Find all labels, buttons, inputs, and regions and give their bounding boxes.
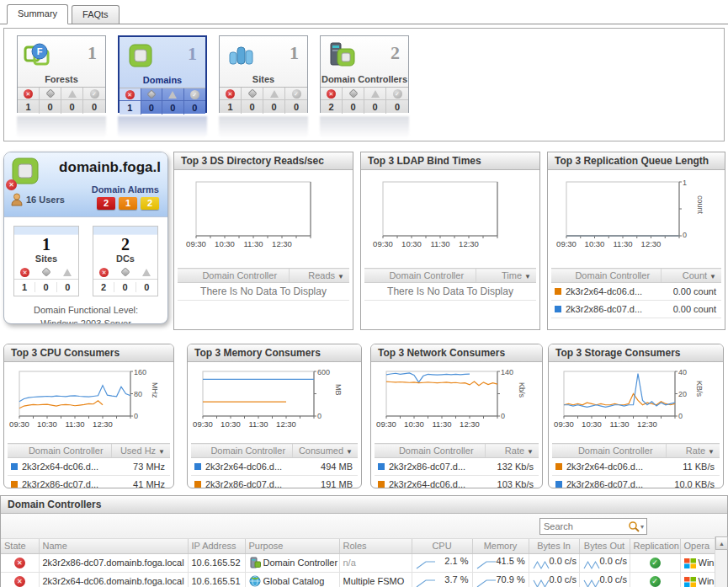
warning-count: 0	[69, 102, 74, 112]
y-tick: 140	[501, 368, 513, 376]
cpu-column-header[interactable]: CPU	[412, 539, 472, 553]
domain-controller-column-header[interactable]: Domain Controller	[378, 269, 476, 283]
tile-domain-controllers[interactable]: 2 Domain Controllers 2 0 0 0	[320, 35, 409, 113]
tile-count: 1	[290, 40, 299, 74]
domain-controllers-icon	[326, 40, 359, 74]
bytes-in-column-header[interactable]: Bytes In	[529, 539, 579, 553]
y-tick: 40	[678, 368, 687, 376]
dc-name[interactable]: 2k3r2x86-dc07.d...	[566, 476, 666, 489]
critical-icon	[247, 88, 257, 98]
dc-name[interactable]: 2k3r2x86-dc07.d...	[21, 476, 111, 489]
tab-summary[interactable]: Summary	[7, 4, 68, 24]
bytes-out-column-header[interactable]: Bytes Out	[579, 539, 630, 553]
table-row[interactable]: 2k3r2x86-dc07.d... 41 MHz	[8, 476, 170, 489]
sort-descending-icon	[527, 448, 534, 456]
sort-descending-icon	[346, 448, 353, 456]
purpose-column-header[interactable]: Purpose	[245, 539, 339, 553]
domain-controller-column-header[interactable]: Domain Controller	[21, 444, 111, 458]
fatal-alarm-badge[interactable]: 2	[97, 197, 115, 210]
critical-count: 0	[35, 282, 56, 292]
dc-name[interactable]: 2k3r2x64-dc06.domainb.foga.local	[39, 572, 188, 587]
search-box[interactable]	[539, 518, 647, 535]
functional-level-label: Domain Functional Level:	[4, 303, 167, 317]
operating-system-column-header[interactable]: Opera	[680, 539, 716, 553]
time-column-header[interactable]: Time	[476, 269, 536, 283]
dc-name[interactable]: 2k3r2x86-dc07.d...	[205, 476, 292, 489]
y-tick: 0	[501, 412, 505, 420]
tile-forests[interactable]: F 1 Forests 1 0 0 0	[17, 35, 106, 113]
vertical-scrollbar[interactable]	[715, 536, 727, 587]
table-row[interactable]: 2k3r2x86-dc07.domainb.foga.local 10.6.16…	[1, 553, 716, 572]
tile-domains[interactable]: 1 Domains 1 0 0 0	[118, 35, 207, 113]
no-data-message: There Is No Data To Display	[364, 283, 536, 301]
dc-name[interactable]: 2k3r2x64-dc06.d...	[205, 458, 292, 476]
y-axis-unit: MB	[334, 384, 343, 396]
dc-name[interactable]: 2k3r2x86-dc07.d...	[565, 301, 661, 318]
name-column-header[interactable]: Name	[39, 539, 188, 553]
bytes-out-value: 0.0 c/s	[600, 556, 627, 566]
table-row[interactable]: 2k3r2x64-dc06.domainb.foga.local 10.6.16…	[1, 572, 716, 587]
dc-name[interactable]: 2k3r2x64-dc06.d...	[388, 476, 485, 489]
dcs-mini-tile[interactable]: 2 DCs 2 0 0	[93, 226, 158, 296]
roles-column-header[interactable]: Roles	[339, 539, 412, 553]
series-swatch	[555, 288, 561, 295]
domain-controller-column-header[interactable]: Domain Controller	[191, 269, 289, 283]
critical-count: 0	[350, 102, 355, 112]
critical-alarm-badge[interactable]: 1	[119, 197, 137, 210]
domain-controller-column-header[interactable]: Domain Controller	[388, 444, 485, 458]
table-row[interactable]: 2k3r2x64-dc06.d... 11 KB/s	[552, 458, 720, 476]
warning-alarm-badge[interactable]: 2	[141, 197, 159, 210]
domain-card[interactable]: domainb.foga.l 16 Users Domain Alarms 2 …	[3, 152, 168, 324]
table-row[interactable]: 2k3r2x86-dc07.d... 0.00 count	[551, 301, 721, 318]
fatal-icon	[99, 268, 109, 277]
table-row[interactable]: 2k3r2x64-dc06.d... 103 Kb/s	[375, 476, 539, 489]
reads-column-header[interactable]: Reads	[289, 269, 349, 283]
scroll-up-icon[interactable]	[715, 536, 728, 550]
search-options-caret-icon[interactable]	[640, 523, 646, 531]
dc-name[interactable]: 2k3r2x86-dc07.domainb.foga.local	[39, 553, 188, 572]
memory-column-header[interactable]: Memory	[472, 539, 529, 553]
tile-reflection	[320, 116, 409, 138]
consumed-column-header[interactable]: Consumed	[292, 444, 358, 458]
used-hz-column-header[interactable]: Used Hz	[111, 444, 170, 458]
replication-column-header[interactable]: Replication	[630, 539, 680, 553]
series-swatch	[555, 306, 561, 312]
tile-sites[interactable]: 1 Sites 1 0 0 0	[219, 35, 308, 113]
table-row[interactable]: 2k3r2x86-dc07.d... 191 MB	[191, 476, 358, 489]
series-swatch	[11, 481, 18, 488]
table-row[interactable]: 2k3r2x64-dc06.d... 0.00 count	[551, 283, 721, 301]
domain-controller-column-header[interactable]: Domain Controller	[566, 444, 666, 458]
dc-name[interactable]: 2k3r2x64-dc06.d...	[21, 458, 111, 476]
rate-column-header[interactable]: Rate	[485, 444, 539, 458]
dc-value: 0.00 count	[661, 283, 721, 301]
domain-controller-column-header[interactable]: Domain Controller	[565, 269, 661, 283]
x-tick: 10:30	[37, 419, 57, 429]
dc-name[interactable]: 2k3r2x86-dc07.d...	[388, 458, 485, 476]
table-row[interactable]: 2k3r2x86-dc07.d... 10.0 KB/s	[552, 476, 720, 489]
y-axis-unit: count	[696, 195, 704, 214]
y-tick: 1	[683, 179, 687, 187]
table-row[interactable]: 2k3r2x64-dc06.d... 494 MB	[191, 458, 358, 476]
dc-name[interactable]: 2k3r2x64-dc06.d...	[566, 458, 666, 476]
y-tick: 0	[134, 412, 138, 420]
critical-icon	[120, 267, 130, 276]
search-input[interactable]	[540, 521, 628, 531]
sites-mini-tile[interactable]: 1 Sites 1 0 0	[13, 226, 79, 296]
count-column-header[interactable]: Count	[661, 269, 721, 283]
dc-name[interactable]: 2k3r2x64-dc06.d...	[565, 283, 661, 301]
panel-ldap-bind: Top 3 LDAP Bind Times 09:30 10:30 11:30 …	[360, 152, 540, 330]
ip-column-header[interactable]: IP Address	[188, 539, 245, 553]
warning-icon	[63, 269, 72, 276]
rate-column-header[interactable]: Rate	[666, 444, 720, 458]
y-tick: 0	[317, 412, 321, 420]
domain-controller-column-header[interactable]: Domain Controller	[205, 444, 292, 458]
search-icon[interactable]	[628, 520, 640, 532]
network-consumers-chart	[378, 367, 509, 421]
tab-faqts[interactable]: FAQts	[72, 5, 120, 24]
table-row[interactable]: 2k3r2x64-dc06.d... 73 MHz	[8, 458, 170, 476]
ds-reads-chart	[183, 177, 343, 248]
y-tick: 20	[678, 390, 687, 398]
state-column-header[interactable]: State	[1, 539, 39, 553]
table-row[interactable]: 2k3r2x86-dc07.d... 132 Kb/s	[375, 458, 539, 476]
y-axis-unit: MHz	[151, 382, 159, 398]
